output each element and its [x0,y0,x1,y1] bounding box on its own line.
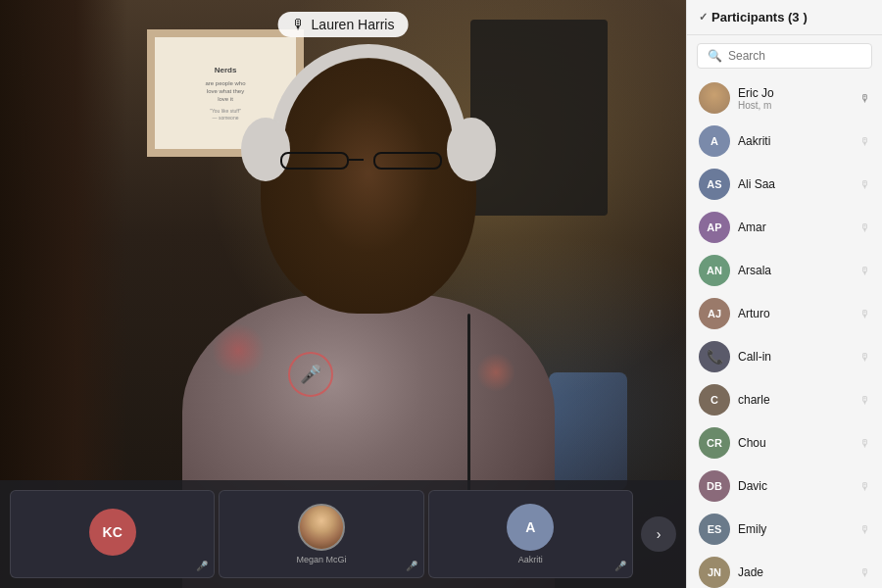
tile-name-aakriti: Aakriti [518,555,543,564]
participant-tile-aakriti[interactable]: A Aakriti 🎤 [428,490,633,578]
arturo-info: Arturo [738,307,852,320]
jade-info: Jade [738,565,852,579]
jade-mic-icon: 🎙 [859,566,870,578]
arturo-avatar: AJ [699,298,730,329]
callin-avatar: 📞 [699,341,730,372]
next-participants-button[interactable]: › [641,516,676,552]
headphone-band [270,44,466,142]
video-area: Nerds are people wholove what theylove i… [0,0,686,588]
ali-name: Ali Saa [738,177,852,191]
ali-mic-icon: 🎙 [859,178,870,190]
chou-mic-icon: 🎙 [859,437,870,449]
emily-mic-icon: 🎙 [859,523,870,535]
speaker-mic-icon: 🎙 [292,17,306,32]
search-box[interactable]: 🔍 [697,43,872,69]
megan-photo [300,506,343,549]
headphone-right [447,118,496,181]
emily-avatar: ES [699,514,730,545]
participant-item-charles[interactable]: C charle 🎙 [687,378,882,421]
arsala-avatar: AN [699,255,730,286]
participant-item-emily[interactable]: ES Emily 🎙 [687,508,882,551]
participant-item-arturo[interactable]: AJ Arturo 🎙 [687,292,882,335]
headphone-left [241,118,290,181]
tile-mic-aakriti: 🎤 [614,561,626,571]
jade-name: Jade [738,565,852,579]
amar-info: Amar [738,220,852,234]
participant-tile-kc[interactable]: KC 🎤 [10,490,215,578]
speaker-name: Lauren Harris [312,17,395,32]
callin-name: Call-in [738,350,852,364]
participants-count-suffix: ) [804,10,808,24]
search-input[interactable] [728,49,861,63]
ali-info: Ali Saa [738,177,852,191]
aakriti-avatar: A [699,125,730,157]
chou-name: Chou [738,436,852,450]
mute-indicator: 🎤 [288,352,333,397]
participant-item-arsala[interactable]: AN Arsala 🎙 [687,249,882,292]
participant-item-amar[interactable]: AP Amar 🎙 [687,206,882,249]
glasses [280,152,447,172]
david-mic-icon: 🎙 [859,480,870,492]
emily-name: Emily [738,522,852,536]
participants-sidebar: ✓ Participants (3 ) 🔍 Eric Jo Host, m 🎙 … [686,0,882,588]
david-info: Davic [738,479,852,493]
participant-item-chou[interactable]: CR Chou 🎙 [687,421,882,465]
aakriti-name: Aakriti [738,134,852,148]
sidebar-header: ✓ Participants (3 ) [687,0,882,35]
participant-strip: KC 🎤 Megan McGi 🎤 A Aakriti 🎤 › [0,480,686,588]
ali-avatar: AS [699,169,730,200]
aakriti-mic-icon: 🎙 [859,135,870,147]
amar-mic-icon: 🎙 [859,221,870,233]
amar-name: Amar [738,220,852,234]
charles-name: charle [738,393,852,407]
person-head [261,59,476,314]
eric-avatar [699,82,730,114]
charles-info: charle [738,393,852,407]
eric-mic-icon: 🎙 [859,92,870,104]
tile-avatar-megan [298,504,345,551]
arturo-mic-icon: 🎙 [859,308,870,319]
arsala-name: Arsala [738,264,852,277]
arturo-name: Arturo [738,307,852,320]
search-icon: 🔍 [708,49,722,63]
participant-list: Eric Jo Host, m 🎙 A Aakriti 🎙 AS Ali Saa… [687,76,882,588]
participant-item-eric[interactable]: Eric Jo Host, m 🎙 [687,76,882,120]
sidebar-title: ✓ Participants (3 ) [699,10,808,24]
arsala-info: Arsala [738,264,852,277]
eric-name: Eric Jo [738,86,852,100]
jade-avatar: JN [699,557,730,588]
participant-item-aakriti[interactable]: A Aakriti 🎙 [687,120,882,163]
tile-avatar-kc: KC [89,509,136,556]
eric-role: Host, m [738,100,852,111]
tile-avatar-aakriti: A [507,504,554,551]
amar-avatar: AP [699,212,730,243]
chou-avatar: CR [699,427,730,459]
participants-label: Participants (3 [711,10,800,24]
charles-avatar: C [699,384,730,416]
participant-item-david[interactable]: DB Davic 🎙 [687,465,882,508]
participant-item-callin[interactable]: 📞 Call-in 🎙 [687,335,882,378]
eric-info: Eric Jo Host, m [738,86,852,111]
chou-info: Chou [738,436,852,450]
emily-info: Emily [738,522,852,536]
charles-mic-icon: 🎙 [859,394,870,406]
chevron-down-icon: ✓ [699,11,708,24]
aakriti-info: Aakriti [738,134,852,148]
david-name: Davic [738,479,852,493]
callin-info: Call-in [738,350,852,364]
tile-mic-kc: 🎤 [196,561,208,571]
next-icon: › [657,526,662,542]
participant-item-jade[interactable]: JN Jade 🎙 [687,551,882,588]
speaker-name-label: 🎙 Lauren Harris [278,12,409,37]
participant-item-ali[interactable]: AS Ali Saa 🎙 [687,163,882,206]
david-avatar: DB [699,470,730,502]
callin-mic-icon: 🎙 [859,351,870,363]
tile-name-megan: Megan McGi [296,555,346,564]
participant-tile-megan[interactable]: Megan McGi 🎤 [219,490,423,578]
arsala-mic-icon: 🎙 [859,265,870,276]
tile-mic-megan: 🎤 [406,561,417,571]
